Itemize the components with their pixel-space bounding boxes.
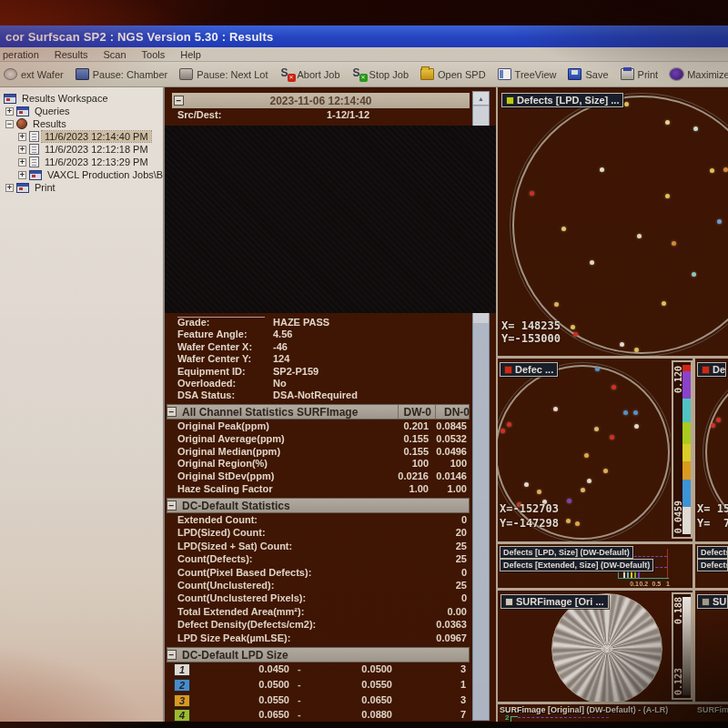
info-row: Equipment ID:SP2-P159 xyxy=(165,366,470,378)
toolbar-button-maximize[interactable]: Maximize xyxy=(670,68,728,80)
toolbar-label: Save xyxy=(585,69,608,80)
toolbar-button-pause-next-lot[interactable]: Pause: Next Lot xyxy=(179,68,268,80)
legend-swatch-icon xyxy=(504,366,512,374)
menu-item-help[interactable]: Help xyxy=(180,49,201,60)
map3-title-chip[interactable]: Defe xyxy=(697,362,726,377)
surfimage-panel[interactable]: SURFimage [Ori ... xyxy=(498,591,671,702)
menu-item-peration[interactable]: peration xyxy=(3,49,39,60)
menu-bar: perationResultsScanToolsHelp xyxy=(0,47,728,62)
lpd-size-table: 10.0450-0.0500320.0500-0.0550130.0550-0.… xyxy=(165,663,470,723)
defect-dot xyxy=(610,435,614,440)
toolbar-label: Pause: Next Lot xyxy=(197,69,268,80)
bin-index-chip[interactable]: 2 xyxy=(174,679,190,692)
stat-value-dw: 100 xyxy=(412,458,429,469)
tree-item-label: Results xyxy=(30,118,69,129)
table-row: Original Region(%)100100 xyxy=(165,458,470,470)
surf1-caption: SURFimage [Original] (DW-Default) - (A-L… xyxy=(500,705,668,714)
defect-dot xyxy=(637,234,642,238)
defect-dot xyxy=(723,167,728,172)
toolbar-button-print[interactable]: Print xyxy=(621,68,659,80)
collapse-icon[interactable]: − xyxy=(167,650,177,660)
stat-value: 25 xyxy=(456,553,467,564)
toolbar-label: TreeView xyxy=(515,69,557,80)
tree-item-11-6-2023-12-13-29-pm[interactable]: +11/6/2023 12:13:29 PM xyxy=(0,156,163,168)
stat-value: 0 xyxy=(461,592,467,603)
tree-expander-icon[interactable]: + xyxy=(5,107,14,116)
defect-dot xyxy=(603,469,608,473)
cursor-x-readout: X= 153 xyxy=(697,502,728,515)
toolbar-button-open-spd[interactable]: Open SPD xyxy=(420,68,486,80)
size-histogram-panel[interactable]: Defects [LPD, Size] (DW-Default) Defects… xyxy=(498,544,671,588)
tree-item-print[interactable]: +Print xyxy=(0,181,163,194)
defect-map-lpd-size[interactable]: Defects [LPD, Size] ... X= 148235 Y=-153… xyxy=(498,87,728,356)
toolbar-button-treeview[interactable]: TreeView xyxy=(498,68,557,80)
tree-item-11-6-2023-12-12-18-pm[interactable]: +11/6/2023 12:12:18 PM xyxy=(0,143,163,156)
tree-item-label: Queries xyxy=(32,106,73,116)
bin-to-value: 0.0500 xyxy=(361,663,392,674)
tree-item-11-6-2023-12-14-40-pm[interactable]: +11/6/2023 12:14:40 PM xyxy=(0,130,163,143)
tree-expander-icon[interactable]: + xyxy=(5,184,14,192)
tree-item-results[interactable]: −Results xyxy=(0,117,163,130)
window-titlebar[interactable]: cor Surfscan SP2 : NGS Version 5.30 : Re… xyxy=(0,25,728,47)
defect-dot xyxy=(665,194,670,198)
defect-dot xyxy=(717,219,722,224)
tree-expander-icon[interactable]: − xyxy=(5,120,14,128)
tree-expander-icon[interactable]: + xyxy=(18,158,26,167)
dc-stats-title: DC-Default Statistics xyxy=(182,500,290,512)
map2-title-chip[interactable]: Defec ... xyxy=(500,362,558,377)
collapse-icon[interactable]: − xyxy=(167,407,177,417)
all-channel-header[interactable]: − All Channel Statistics SURFImage DW-0 … xyxy=(167,404,470,420)
scroll-up-icon[interactable]: ▲ xyxy=(473,92,489,106)
bin-index-chip[interactable]: 1 xyxy=(174,663,190,676)
src-dest-value: 1-12/1-12 xyxy=(327,109,369,120)
result-header-bar[interactable]: − 2023-11-06 12:14:40 xyxy=(172,93,470,108)
stat-value: 0.00 xyxy=(448,606,467,617)
bin-index-chip[interactable]: 3 xyxy=(174,694,190,707)
tree-expander-icon[interactable]: + xyxy=(18,146,26,154)
toolbar-button-stop-job[interactable]: Stop Job xyxy=(352,68,409,80)
collapse-icon[interactable]: − xyxy=(174,96,184,106)
stat-label: LPD Size Peak(µmLSE): xyxy=(177,632,290,643)
stat-label: Original Region(%) xyxy=(177,458,268,469)
lpd-size-header[interactable]: − DC-Default LPD Size xyxy=(167,647,470,662)
surf1-title-chip[interactable]: SURFimage [Ori ... xyxy=(500,594,609,609)
toolbar-button-pause-chamber[interactable]: Pause: Chamber xyxy=(76,68,168,80)
bin-index-chip[interactable]: 4 xyxy=(174,709,190,722)
toolbar-button-save[interactable]: Save xyxy=(568,68,608,80)
defect-dot xyxy=(537,490,541,494)
map1-title-chip[interactable]: Defects [LPD, Size] ... xyxy=(501,93,623,107)
stat-value-dn: 0.0532 xyxy=(436,433,467,444)
defect-map-2[interactable]: Defec ... X=-152703 Y=-147298 xyxy=(498,359,671,541)
info-row: Overloaded:No xyxy=(165,378,470,389)
tree-item-results-workspace[interactable]: Results Workspace xyxy=(0,92,163,105)
toolbar-button-ext-wafer[interactable]: ext Wafer xyxy=(4,68,64,80)
size-histogram-panel-right[interactable]: Defects [L Defects [E xyxy=(695,544,728,588)
surfimage-panel-right[interactable]: SURF xyxy=(695,591,728,702)
collapse-icon[interactable]: − xyxy=(167,500,177,511)
bin-count: 7 xyxy=(460,709,466,720)
cursor-line xyxy=(667,549,668,578)
bin-range-dash: - xyxy=(298,679,301,690)
menu-item-scan[interactable]: Scan xyxy=(103,49,126,60)
hist-label-1: Defects [LPD, Size] (DW-Default) xyxy=(500,546,633,559)
tree-expander-icon[interactable]: + xyxy=(18,171,26,179)
print-icon xyxy=(621,68,634,80)
tree-item-vaxcl-production-jobs-bsp-bar[interactable]: +VAXCL Production Jobs\BSP-Bar xyxy=(0,168,163,181)
hist-bar xyxy=(638,571,640,578)
defect-dot xyxy=(620,342,624,347)
surf2-title-chip[interactable]: SURF xyxy=(697,594,728,609)
tree-item-label: VAXCL Production Jobs\BSP-Bar xyxy=(45,169,163,180)
defect-dot xyxy=(594,427,599,431)
defect-dot xyxy=(575,521,580,526)
bin-range-dash: - xyxy=(298,663,301,674)
toolbar-button-abort-job[interactable]: Abort Job xyxy=(280,68,340,80)
tree-item-queries[interactable]: +Queries xyxy=(0,105,163,117)
menu-item-tools[interactable]: Tools xyxy=(142,49,166,60)
menu-item-results[interactable]: Results xyxy=(55,49,88,60)
info-value: 124 xyxy=(273,353,289,364)
photo-background-bottom xyxy=(0,722,728,728)
defect-map-3[interactable]: Defe X= 153 Y= 70 xyxy=(695,359,728,541)
tree-expander-icon[interactable]: + xyxy=(18,133,26,141)
info-value: SP2-P159 xyxy=(273,366,318,377)
dc-stats-header[interactable]: − DC-Default Statistics xyxy=(167,498,470,513)
